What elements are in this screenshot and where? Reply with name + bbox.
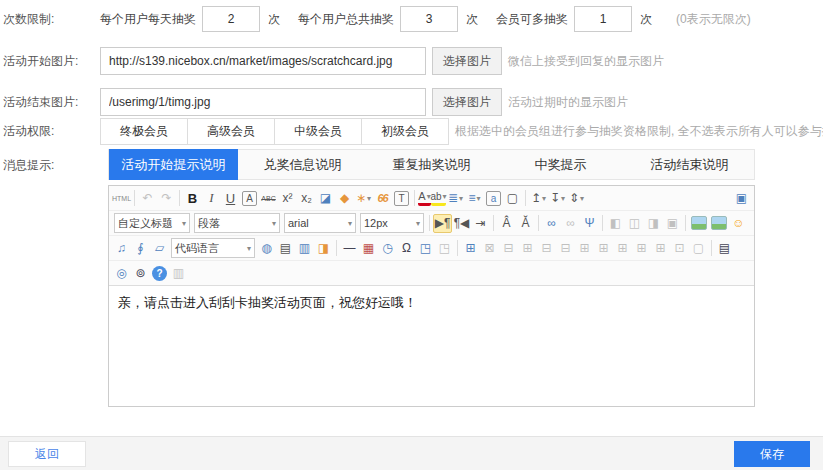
end-image-pick-button[interactable]: 选择图片	[432, 88, 502, 116]
underline-icon[interactable]: U	[221, 189, 240, 208]
special-char-icon[interactable]: Ω	[397, 239, 416, 258]
anchor-link-icon[interactable]: a	[486, 191, 501, 206]
anchor-icon[interactable]: Ψ	[580, 214, 599, 233]
blockquote-icon[interactable]: 66	[373, 189, 392, 208]
editor-content-text: 亲，请点击进入刮刮卡抽奖活动页面，祝您好运哦！	[118, 294, 745, 312]
message-tab[interactable]: 活动开始提示说明	[109, 149, 238, 180]
print-icon[interactable]: ▤	[715, 239, 734, 258]
font-size-select[interactable]: 12px▾	[360, 213, 424, 233]
limits-hint: (0表示无限次)	[676, 11, 751, 28]
rtl-direction-icon[interactable]: ¶◀	[452, 214, 471, 233]
toolbar-separator	[602, 215, 603, 231]
to-uppercase-icon[interactable]: Â	[497, 214, 516, 233]
delete-table-icon: ⊠	[480, 239, 499, 258]
columns-icon[interactable]: ▥	[295, 239, 314, 258]
save-button[interactable]: 保存	[734, 441, 810, 467]
unordered-list-icon[interactable]: ≡▾	[465, 189, 484, 208]
delete-column-icon: ⊟	[556, 239, 575, 258]
baidu-app-icon[interactable]: ◍	[257, 239, 276, 258]
space-above-paragraph-icon[interactable]: ↥▾	[529, 189, 548, 208]
back-button[interactable]: 返回	[8, 441, 86, 467]
online-image-icon[interactable]	[711, 216, 727, 230]
fullscreen-icon[interactable]: ▣	[732, 189, 751, 208]
font-color-icon[interactable]: A▾	[418, 190, 431, 206]
to-lowercase-icon[interactable]: Ǎ	[516, 214, 535, 233]
insert-map-icon[interactable]: ◳	[416, 239, 435, 258]
paragraph-select[interactable]: 段落▾	[194, 213, 280, 233]
insert-column-icon: ⊞	[518, 239, 537, 258]
message-tab[interactable]: 中奖提示	[496, 150, 625, 179]
superscript-icon[interactable]: x²	[278, 189, 297, 208]
screenshot-icon[interactable]: ◨	[314, 239, 333, 258]
line-height-icon[interactable]: ⇕▾	[567, 189, 586, 208]
member-extra-draw-input[interactable]	[574, 6, 632, 32]
message-tab[interactable]: 重复抽奖说明	[367, 150, 496, 179]
insert-table-icon[interactable]: ⊞	[461, 239, 480, 258]
attachment-icon[interactable]: ∮	[131, 239, 150, 258]
paste-as-text-icon[interactable]: T	[394, 191, 409, 206]
custom-title-select[interactable]: 自定义标题▾	[114, 213, 190, 233]
help-icon[interactable]: ?	[152, 266, 167, 281]
daily-draw-input[interactable]	[202, 6, 260, 32]
page-break-icon: ▢	[689, 239, 708, 258]
member-extra-draw-suffix: 次	[640, 11, 652, 28]
emoji-icon[interactable]: ☺	[729, 214, 748, 233]
auto-typeset-icon[interactable]: ∗▾	[354, 189, 373, 208]
paragraph-indent-icon[interactable]: ⇥	[471, 214, 490, 233]
member-group: 终极会员高级会员中级会员初级会员	[100, 118, 449, 145]
insert-image-icon[interactable]	[691, 216, 707, 230]
insert-link-icon[interactable]: ∞	[542, 214, 561, 233]
font-border-icon[interactable]: A	[242, 191, 257, 206]
insert-music-icon[interactable]: ♫	[112, 239, 131, 258]
end-image-input[interactable]	[100, 88, 426, 116]
editor-content-area[interactable]: 亲，请点击进入刮刮卡抽奖活动页面，祝您好运哦！	[109, 286, 754, 406]
total-draw-input[interactable]	[400, 6, 458, 32]
format-brush-icon[interactable]: ◆	[335, 189, 354, 208]
eraser-icon[interactable]: ◪	[316, 189, 335, 208]
message-tab[interactable]: 活动结束说明	[625, 150, 754, 179]
member-level-button[interactable]: 中级会员	[274, 118, 362, 145]
bold-icon[interactable]: B	[183, 189, 202, 208]
redo-icon: ↷	[157, 189, 176, 208]
insert-date-icon[interactable]: ▦	[359, 239, 378, 258]
ordered-list-icon[interactable]: ≣▾	[446, 189, 465, 208]
new-page-icon[interactable]: ▢	[503, 189, 522, 208]
insert-time-icon[interactable]: ◷	[378, 239, 397, 258]
horizontal-rule-icon[interactable]: —	[340, 239, 359, 258]
table-properties-icon: ⊡	[670, 239, 689, 258]
limits-row: 次数限制: 每个用户每天抽奖 次 每个用户总共抽奖 次 会员可多抽奖 次 (0表…	[0, 5, 823, 33]
toolbar-separator	[429, 215, 430, 231]
insert-template-icon[interactable]: ▱	[150, 239, 169, 258]
member-level-button[interactable]: 初级会员	[361, 118, 449, 145]
toolbar-separator	[134, 190, 135, 206]
space-below-paragraph-icon[interactable]: ↧▾	[548, 189, 567, 208]
italic-icon[interactable]: I	[202, 189, 221, 208]
ltr-direction-icon[interactable]: ▶¶	[433, 214, 452, 233]
toolbar-separator	[457, 240, 458, 256]
highlight-color-icon[interactable]: ab▾	[431, 190, 446, 206]
limits-label: 次数限制:	[0, 11, 100, 28]
editor-toolbar-row2: 自定义标题▾段落▾arial▾12px▾▶¶¶◀⇥ÂǍ∞∞Ψ◧◫◨▣☺◐▤	[109, 211, 754, 236]
message-label: 消息提示:	[0, 157, 100, 174]
permission-row: 活动权限: 终极会员高级会员中级会员初级会员 根据选中的会员组进行参与抽奖资格限…	[0, 117, 823, 145]
message-tab[interactable]: 兑奖信息说明	[238, 150, 367, 179]
total-draw-suffix: 次	[466, 11, 478, 28]
graffiti-icon[interactable]: ◐	[748, 214, 754, 233]
preview-icon[interactable]: ◎	[112, 264, 131, 283]
find-replace-icon[interactable]: ⊚	[131, 264, 150, 283]
member-level-button[interactable]: 高级会员	[187, 118, 275, 145]
toolbar-separator	[493, 215, 494, 231]
print-layout-icon[interactable]: ▤	[276, 239, 295, 258]
start-image-pick-button[interactable]: 选择图片	[432, 47, 502, 75]
toolbar-separator	[711, 240, 712, 256]
paste-icon: ▥	[169, 264, 188, 283]
code-language-select[interactable]: 代码语言▾	[171, 238, 255, 258]
start-image-input[interactable]	[100, 47, 426, 75]
toolbar-separator	[525, 190, 526, 206]
strikethrough-icon[interactable]: ABC	[259, 189, 278, 208]
font-family-select[interactable]: arial▾	[284, 213, 356, 233]
view-source-icon[interactable]: HTML	[112, 189, 131, 208]
start-image-hint: 微信上接受到回复的显示图片	[508, 53, 664, 70]
member-level-button[interactable]: 终极会员	[100, 118, 188, 145]
subscript-icon[interactable]: x₂	[297, 189, 316, 208]
